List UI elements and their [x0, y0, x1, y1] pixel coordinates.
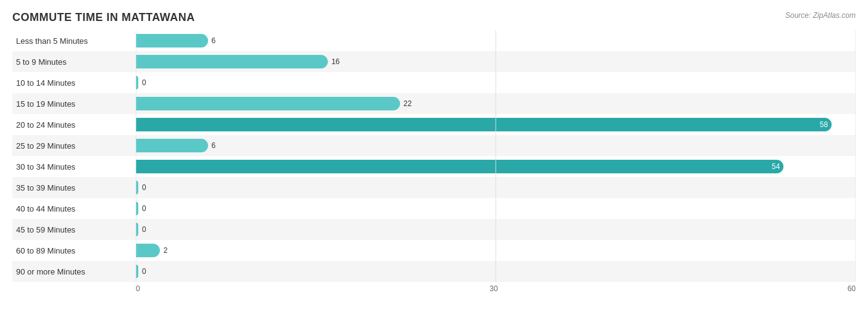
- bar-area: 58: [136, 114, 856, 135]
- bar-row: 20 to 24 Minutes58: [12, 114, 856, 135]
- bar-area: 2: [136, 240, 856, 261]
- bar-area: 0: [136, 219, 856, 240]
- bar-area: 0: [136, 198, 856, 219]
- bar-area: 6: [136, 135, 856, 156]
- bar: [136, 181, 138, 194]
- bar-row: 10 to 14 Minutes0: [12, 72, 856, 93]
- chart-header: COMMUTE TIME IN MATTAWANA Source: ZipAtl…: [12, 11, 856, 24]
- bar-value: 0: [142, 267, 146, 276]
- bar-area: 22: [136, 93, 856, 114]
- bar: 54: [136, 160, 783, 173]
- bar-value: 6: [212, 36, 216, 45]
- bar-label: Less than 5 Minutes: [12, 36, 136, 46]
- bar-row: 45 to 59 Minutes0: [12, 219, 856, 240]
- bar-row: 30 to 34 Minutes54: [12, 156, 856, 177]
- bar-area: 54: [136, 156, 856, 177]
- bar: [136, 139, 208, 152]
- bar: 58: [136, 118, 832, 131]
- bar-row: 40 to 44 Minutes0: [12, 198, 856, 219]
- bar-value: 2: [164, 246, 168, 255]
- chart-container: COMMUTE TIME IN MATTAWANA Source: ZipAtl…: [0, 0, 868, 322]
- bar-label: 5 to 9 Minutes: [12, 57, 136, 67]
- bar-value: 16: [332, 57, 340, 66]
- bar-value: 0: [142, 78, 146, 87]
- x-axis-label: 30: [490, 284, 498, 293]
- bar-label: 15 to 19 Minutes: [12, 99, 136, 109]
- bars-wrapper: Less than 5 Minutes65 to 9 Minutes1610 t…: [12, 30, 856, 282]
- bar-label: 45 to 59 Minutes: [12, 225, 136, 234]
- bar: [136, 202, 138, 215]
- bar-area: 0: [136, 177, 856, 198]
- bar-label: 20 to 24 Minutes: [12, 120, 136, 130]
- x-axis-labels: 03060: [136, 284, 856, 293]
- bar: [136, 244, 160, 257]
- bar-value: 58: [820, 120, 828, 129]
- bar-label: 60 to 89 Minutes: [12, 246, 136, 255]
- x-axis-label: 0: [136, 284, 140, 293]
- chart-source: Source: ZipAtlas.com: [785, 11, 856, 20]
- bar-row: 60 to 89 Minutes2: [12, 240, 856, 261]
- bar-row: 5 to 9 Minutes16: [12, 51, 856, 72]
- bar-value: 0: [142, 204, 146, 213]
- bar-label: 10 to 14 Minutes: [12, 78, 136, 88]
- chart-title: COMMUTE TIME IN MATTAWANA: [12, 11, 195, 24]
- bar-label: 30 to 34 Minutes: [12, 162, 136, 171]
- bar-row: 90 or more Minutes0: [12, 261, 856, 282]
- x-axis-label: 60: [848, 284, 856, 293]
- bar-value: 6: [212, 141, 216, 150]
- bar-row: Less than 5 Minutes6: [12, 30, 856, 51]
- bar-label: 35 to 39 Minutes: [12, 183, 136, 192]
- bar-area: 16: [136, 51, 856, 72]
- bar-area: 0: [136, 72, 856, 93]
- x-axis: 03060: [12, 284, 856, 293]
- bar-label: 25 to 29 Minutes: [12, 141, 136, 151]
- bar: [136, 55, 328, 68]
- bar: [136, 34, 208, 47]
- bar: [136, 265, 138, 278]
- bar-value: 0: [142, 183, 146, 192]
- bar-row: 25 to 29 Minutes6: [12, 135, 856, 156]
- bar-label: 90 or more Minutes: [12, 267, 136, 276]
- bar-value: 22: [404, 99, 412, 108]
- bar-area: 0: [136, 261, 856, 282]
- bar-row: 35 to 39 Minutes0: [12, 177, 856, 198]
- bar-value: 54: [772, 162, 780, 171]
- bar-label: 40 to 44 Minutes: [12, 204, 136, 213]
- bar: [136, 97, 400, 110]
- bar-value: 0: [142, 225, 146, 234]
- bar: [136, 223, 138, 236]
- bar-area: 6: [136, 30, 856, 51]
- bar-row: 15 to 19 Minutes22: [12, 93, 856, 114]
- bar: [136, 76, 138, 89]
